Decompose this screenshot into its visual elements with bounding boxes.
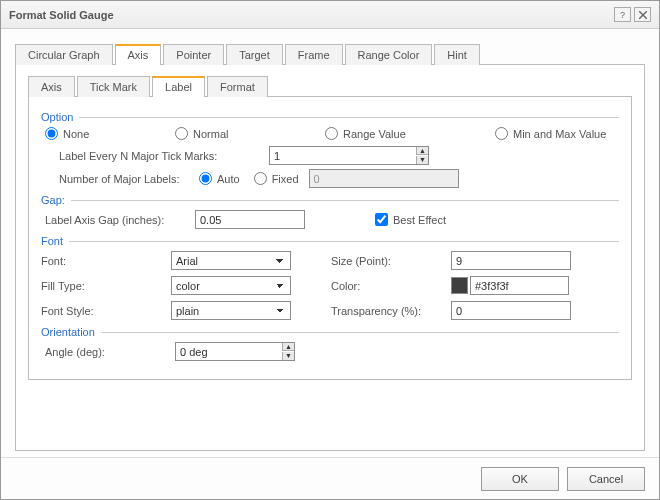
- subtab-body: Option None Normal Range Value Min and M…: [28, 97, 632, 380]
- subtab-format[interactable]: Format: [207, 76, 268, 97]
- label-fill-type: Fill Type:: [41, 280, 171, 292]
- spin-up-icon[interactable]: ▲: [282, 343, 294, 351]
- group-orientation: Orientation: [41, 326, 619, 338]
- label-transparency: Transparency (%):: [311, 305, 451, 317]
- label-num-labels: Number of Major Labels:: [59, 173, 199, 185]
- spinner-angle[interactable]: ▲ ▼: [175, 342, 295, 361]
- row-angle: Angle (deg): ▲ ▼: [45, 342, 619, 361]
- label-every-n: Label Every N Major Tick Marks:: [59, 150, 269, 162]
- input-angle[interactable]: [175, 342, 295, 361]
- radio-min-max[interactable]: Min and Max Value: [495, 127, 615, 140]
- tab-frame[interactable]: Frame: [285, 44, 343, 65]
- tab-hint[interactable]: Hint: [434, 44, 480, 65]
- group-option: Option: [41, 111, 619, 123]
- radio-none[interactable]: None: [45, 127, 171, 140]
- radio-range-value[interactable]: Range Value: [325, 127, 491, 140]
- gap-title: Gap:: [41, 194, 65, 206]
- font-title: Font: [41, 235, 63, 247]
- footer: OK Cancel: [1, 457, 659, 499]
- close-button[interactable]: [634, 7, 651, 22]
- tab-axis[interactable]: Axis: [115, 44, 162, 65]
- dialog-title: Format Solid Gauge: [9, 9, 611, 21]
- spin-up-icon[interactable]: ▲: [416, 147, 428, 155]
- row-num-labels: Number of Major Labels: Auto Fixed: [59, 169, 619, 188]
- input-fixed: [309, 169, 459, 188]
- tab-pointer[interactable]: Pointer: [163, 44, 224, 65]
- subtab-axis[interactable]: Axis: [28, 76, 75, 97]
- select-font-style[interactable]: plain: [171, 301, 291, 320]
- group-font: Font: [41, 235, 619, 247]
- subtab-label[interactable]: Label: [152, 76, 205, 97]
- dialog-format-solid-gauge: Format Solid Gauge ? Circular Graph Axis…: [0, 0, 660, 500]
- spin-down-icon[interactable]: ▼: [282, 352, 294, 360]
- option-title: Option: [41, 111, 73, 123]
- row-every-n: Label Every N Major Tick Marks: ▲ ▼: [59, 146, 619, 165]
- label-angle: Angle (deg):: [45, 346, 175, 358]
- select-font[interactable]: Arial: [171, 251, 291, 270]
- input-every-n[interactable]: [269, 146, 429, 165]
- input-transparency[interactable]: [451, 301, 571, 320]
- close-icon: [639, 11, 647, 19]
- titlebar: Format Solid Gauge ?: [1, 1, 659, 29]
- spinner-every-n[interactable]: ▲ ▼: [269, 146, 429, 165]
- help-button[interactable]: ?: [614, 7, 631, 22]
- check-best-effect[interactable]: Best Effect: [375, 213, 446, 226]
- label-size: Size (Point):: [311, 255, 451, 267]
- tab-circular-graph[interactable]: Circular Graph: [15, 44, 113, 65]
- label-axis-gap: Label Axis Gap (inches):: [45, 214, 195, 226]
- content-area: Circular Graph Axis Pointer Target Frame…: [1, 29, 659, 457]
- ok-button[interactable]: OK: [481, 467, 559, 491]
- input-axis-gap[interactable]: [195, 210, 305, 229]
- input-size[interactable]: [451, 251, 571, 270]
- input-color[interactable]: [470, 276, 569, 295]
- radio-auto[interactable]: Auto: [199, 172, 240, 185]
- font-grid: Font: Arial Size (Point): Fill Type: col…: [41, 251, 619, 320]
- color-swatch[interactable]: [451, 277, 468, 294]
- select-fill-type[interactable]: color: [171, 276, 291, 295]
- tab-range-color[interactable]: Range Color: [345, 44, 433, 65]
- option-radios: None Normal Range Value Min and Max Valu…: [45, 127, 619, 140]
- cancel-button[interactable]: Cancel: [567, 467, 645, 491]
- label-color: Color:: [311, 280, 451, 292]
- spin-down-icon[interactable]: ▼: [416, 156, 428, 164]
- subtab-tick-mark[interactable]: Tick Mark: [77, 76, 150, 97]
- sub-tabbar: Axis Tick Mark Label Format: [28, 75, 632, 97]
- radio-fixed[interactable]: Fixed: [254, 172, 299, 185]
- label-font: Font:: [41, 255, 171, 267]
- tab-body: Axis Tick Mark Label Format Option None …: [15, 65, 645, 451]
- top-tabbar: Circular Graph Axis Pointer Target Frame…: [15, 43, 645, 65]
- row-gap: Label Axis Gap (inches): Best Effect: [45, 210, 619, 229]
- group-gap: Gap:: [41, 194, 619, 206]
- orientation-title: Orientation: [41, 326, 95, 338]
- tab-target[interactable]: Target: [226, 44, 283, 65]
- radio-normal[interactable]: Normal: [175, 127, 321, 140]
- label-font-style: Font Style:: [41, 305, 171, 317]
